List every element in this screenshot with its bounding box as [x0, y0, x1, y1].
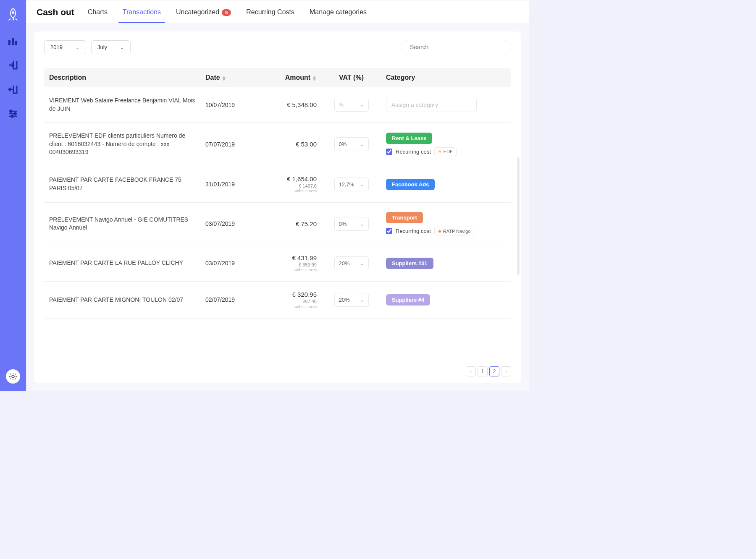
tab-transactions[interactable]: Transactions — [121, 2, 163, 23]
svg-rect-2 — [12, 38, 14, 45]
category-assign-input[interactable]: Assign a category — [386, 98, 477, 112]
page-prev-button[interactable]: ‹ — [466, 366, 476, 376]
col-vat: VAT (%) — [321, 74, 382, 81]
year-value: 2019 — [50, 44, 63, 50]
table-row: VIREMENT Web Salaire Freelance Benjamin … — [44, 87, 511, 123]
sidebar-charts-icon[interactable] — [8, 35, 18, 48]
category-tag[interactable]: Suppliers #4 — [386, 294, 430, 306]
year-select[interactable]: 2019 ⌄ — [44, 40, 86, 54]
table-row: PRELEVEMENT Navigo Annuel - GIE COMUTITR… — [44, 203, 511, 245]
chevron-down-icon: ⌄ — [360, 181, 364, 188]
sidebar-cash-in-icon[interactable] — [8, 60, 18, 72]
row-description: PRELEVEMENT Navigo Annuel - GIE COMUTITR… — [49, 216, 205, 232]
chevron-down-icon: ⌄ — [120, 44, 124, 50]
svg-rect-1 — [8, 40, 10, 45]
amount-subtotal: € 1467,6 — [262, 183, 317, 189]
amount-subtotal: 267,46 — [262, 299, 317, 304]
content: 2019 ⌄ July ⌄ Description Date▲▼ Amount▲… — [26, 24, 529, 391]
row-category: Facebook Ads — [382, 179, 506, 190]
search-input[interactable] — [402, 40, 511, 54]
recurring-checkbox[interactable] — [386, 228, 392, 234]
row-category: Suppliers #31 — [382, 258, 506, 269]
table-row: PAIEMENT PAR CARTE LA RUE PALLOY CLICHY … — [44, 245, 511, 282]
recurring-label: Recurring cost — [396, 228, 431, 234]
col-date[interactable]: Date▲▼ — [205, 74, 262, 81]
amount-subtotal: € 359,99 — [262, 262, 317, 268]
row-amount: € 1,654.00€ 1467,6without taxes — [262, 175, 321, 193]
filters-bar: 2019 ⌄ July ⌄ — [44, 40, 511, 62]
chevron-down-icon: ⌄ — [360, 221, 364, 227]
recurring-label: Recurring cost — [396, 149, 431, 155]
row-date: 02/07/2019 — [205, 296, 262, 303]
svg-rect-3 — [15, 41, 17, 45]
recurring-cost-row: Recurring cost ✲EDF — [386, 147, 457, 156]
page-next-button[interactable]: › — [501, 366, 511, 376]
row-description: PAIEMENT PAR CARTE FACEBOOK FRANCE 75 PA… — [49, 176, 205, 192]
row-category: Assign a category — [382, 98, 506, 112]
amount-note: without taxes — [262, 305, 317, 309]
recurring-cost-row: Recurring cost ◈RATP Navigo — [386, 227, 474, 235]
vat-select[interactable]: 0%⌄ — [334, 217, 369, 231]
row-description: PAIEMENT PAR CARTE MIGNONI TOULON 02/07 — [49, 296, 205, 304]
col-amount[interactable]: Amount▲▼ — [262, 74, 321, 81]
vendor-pill[interactable]: ◈RATP Navigo — [434, 227, 475, 235]
svg-point-10 — [12, 375, 14, 378]
month-select[interactable]: July ⌄ — [91, 40, 131, 54]
chevron-down-icon: ⌄ — [360, 260, 364, 266]
page-2-button[interactable]: 2 — [489, 366, 499, 376]
page-1-button[interactable]: 1 — [478, 366, 488, 376]
table-row: PAIEMENT PAR CARTE MIGNONI TOULON 02/07 … — [44, 282, 511, 318]
row-description: PRELEVEMENT EDF clients particuliers Num… — [49, 132, 205, 157]
row-amount: € 75.20 — [262, 220, 321, 227]
vat-select[interactable]: 20%⌄ — [334, 293, 369, 307]
sort-icon: ▲▼ — [312, 76, 317, 81]
pagination: ‹12› — [44, 362, 511, 376]
sidebar-cash-out-icon[interactable] — [8, 84, 18, 97]
tab-charts[interactable]: Charts — [86, 2, 109, 23]
category-tag[interactable]: Rent & Lease — [386, 133, 432, 144]
category-tag[interactable]: Transport — [386, 212, 423, 223]
chevron-down-icon: ⌄ — [360, 102, 364, 108]
vat-select[interactable]: 12,7%⌄ — [334, 178, 369, 191]
main-panel: Cash out ChartsTransactionsUncategorized… — [26, 0, 529, 391]
page-title: Cash out — [37, 7, 74, 17]
row-category: Transport Recurring cost ◈RATP Navigo — [382, 212, 506, 235]
logo-rocket-icon — [7, 8, 19, 24]
row-description: VIREMENT Web Salaire Freelance Benjamin … — [49, 97, 205, 113]
scrollbar[interactable] — [517, 157, 520, 275]
chevron-down-icon: ⌄ — [75, 44, 80, 50]
row-date: 10/07/2019 — [205, 102, 262, 108]
month-value: July — [97, 44, 107, 50]
vendor-pill[interactable]: ✲EDF — [434, 147, 457, 156]
table-row: PRELEVEMENT EDF clients particuliers Num… — [44, 123, 511, 166]
chevron-down-icon: ⌄ — [360, 141, 364, 147]
vat-select[interactable]: 0%⌄ — [334, 137, 369, 151]
vat-select[interactable]: %⌄ — [334, 98, 369, 112]
sort-icon: ▲▼ — [222, 76, 226, 81]
sidebar-sliders-icon[interactable] — [8, 108, 18, 121]
col-description: Description — [49, 74, 205, 81]
row-amount: € 320.95267,46without taxes — [262, 291, 321, 308]
vat-select[interactable]: 20%⌄ — [334, 256, 369, 270]
tab-recurring-costs[interactable]: Recurring Costs — [244, 2, 296, 23]
tab-badge: 5 — [222, 9, 231, 16]
recurring-checkbox[interactable] — [386, 149, 392, 155]
amount-note: without taxes — [262, 189, 317, 193]
tab-uncategorized[interactable]: Uncategorized5 — [174, 2, 233, 23]
category-tag[interactable]: Suppliers #31 — [386, 258, 433, 269]
row-date: 03/07/2019 — [205, 260, 262, 266]
sidebar — [0, 0, 26, 391]
sidebar-settings-button[interactable] — [6, 369, 20, 384]
row-date: 03/07/2019 — [205, 220, 262, 227]
tab-manage-categories[interactable]: Manage categories — [308, 2, 368, 23]
col-category: Category — [382, 74, 506, 81]
row-amount: € 53.00 — [262, 141, 321, 148]
amount-note: without taxes — [262, 268, 317, 272]
table-row: PAIEMENT PAR CARTE FACEBOOK FRANCE 75 PA… — [44, 166, 511, 203]
row-category: Suppliers #4 — [382, 294, 506, 306]
category-tag[interactable]: Facebook Ads — [386, 179, 435, 190]
svg-point-5 — [10, 110, 12, 112]
svg-point-0 — [12, 12, 14, 13]
svg-point-9 — [11, 115, 13, 118]
topbar: Cash out ChartsTransactionsUncategorized… — [26, 0, 529, 24]
